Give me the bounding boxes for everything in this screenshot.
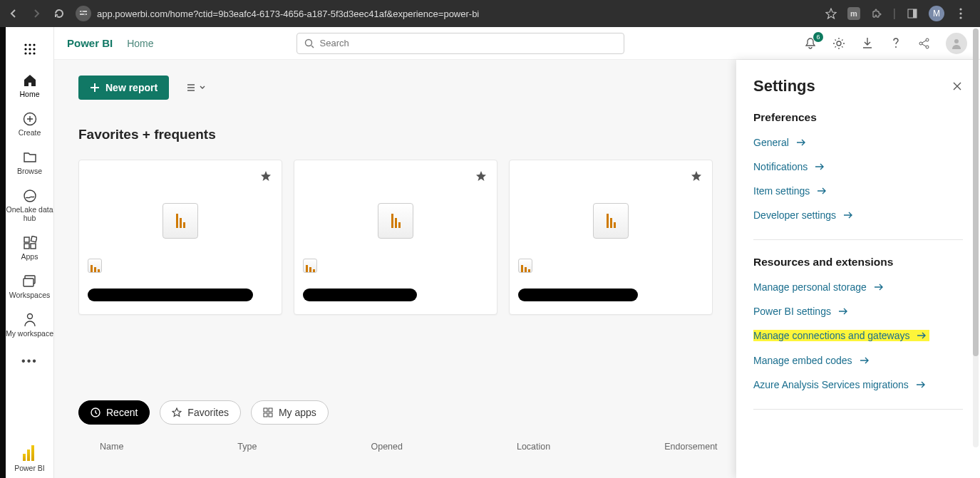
report-type-icon: [88, 259, 102, 273]
user-avatar[interactable]: [946, 33, 967, 54]
feedback-button[interactable]: [917, 36, 932, 51]
star-icon: [260, 170, 272, 182]
column-header[interactable]: Location: [517, 442, 550, 452]
column-header[interactable]: Opened: [371, 442, 402, 452]
arrow-right-icon: [843, 211, 853, 219]
svg-rect-36: [269, 413, 272, 417]
nav-apps[interactable]: Apps: [6, 228, 54, 266]
chart-icon: [175, 214, 186, 228]
pill-myapps[interactable]: My apps: [251, 400, 329, 425]
site-settings-icon[interactable]: [76, 6, 91, 21]
view-toggle[interactable]: [186, 83, 206, 93]
nav-workspaces[interactable]: Workspaces: [6, 266, 54, 305]
folder-icon: [23, 150, 37, 165]
nav-powerbi[interactable]: Power BI: [6, 438, 54, 478]
svg-point-2: [81, 11, 83, 13]
new-report-button[interactable]: New report: [78, 76, 169, 100]
svg-rect-37: [264, 413, 267, 417]
reload-button[interactable]: [53, 7, 66, 20]
svg-rect-21: [31, 244, 36, 249]
download-button[interactable]: [860, 36, 875, 51]
favorite-toggle[interactable]: [475, 170, 487, 182]
topbar: Power BI Home 6: [54, 27, 980, 60]
svg-point-3: [84, 14, 86, 16]
link-label: Manage personal storage: [753, 281, 867, 293]
settings-button[interactable]: [832, 36, 846, 51]
extension-m-icon[interactable]: m: [847, 7, 860, 20]
nav-home[interactable]: Home: [6, 66, 54, 104]
report-card[interactable]: [294, 160, 497, 315]
list-icon: [186, 83, 196, 93]
report-card[interactable]: [78, 160, 282, 315]
breadcrumb-home[interactable]: Home: [127, 38, 153, 49]
search-input[interactable]: [320, 38, 617, 48]
person-icon: [24, 312, 36, 328]
svg-rect-23: [31, 236, 37, 242]
pill-favorites[interactable]: Favorites: [160, 400, 241, 425]
svg-rect-38: [269, 408, 272, 412]
avatar-icon: [950, 37, 963, 50]
scrollbar-thumb[interactable]: [973, 28, 979, 356]
chart-icon: [391, 214, 401, 228]
svg-rect-20: [24, 237, 29, 242]
browser-profile-avatar[interactable]: M: [929, 6, 944, 21]
nav-label: Power BI: [14, 464, 45, 472]
settings-link[interactable]: Power BI settings: [753, 306, 963, 317]
link-label: Item settings: [753, 185, 810, 197]
extensions-icon[interactable]: [870, 7, 883, 20]
nav-more[interactable]: •••: [21, 343, 38, 379]
search-icon: [304, 38, 314, 48]
settings-title: Settings: [753, 77, 815, 95]
settings-link[interactable]: General: [753, 137, 963, 148]
settings-link[interactable]: Manage embed codes: [753, 355, 963, 366]
svg-point-12: [24, 48, 26, 50]
browser-menu-icon[interactable]: [954, 7, 967, 20]
svg-rect-25: [24, 279, 33, 286]
chevron-down-icon: [199, 84, 206, 91]
nav-my-workspace[interactable]: My workspace: [6, 305, 54, 343]
apps-icon: [263, 407, 273, 417]
report-card[interactable]: [509, 160, 713, 315]
column-header[interactable]: Type: [237, 442, 257, 452]
settings-link[interactable]: Developer settings: [753, 209, 963, 221]
settings-link[interactable]: Notifications: [753, 161, 963, 172]
waffle-menu[interactable]: [6, 36, 54, 66]
column-header[interactable]: Name: [100, 442, 123, 452]
settings-panel: Settings Preferences GeneralNotification…: [736, 60, 980, 478]
settings-link[interactable]: Azure Analysis Services migrations: [753, 379, 963, 390]
settings-link[interactable]: Manage personal storage: [753, 281, 963, 293]
svg-point-15: [24, 52, 26, 54]
nav-onelake[interactable]: OneLake data hub: [6, 181, 54, 228]
scrollbar[interactable]: [973, 28, 979, 447]
address-bar[interactable]: app.powerbi.com/home?ctid=9b3eafc4-6173-…: [76, 4, 815, 24]
search-box[interactable]: [296, 33, 624, 54]
brand-link[interactable]: Power BI: [67, 37, 113, 49]
settings-link[interactable]: Item settings: [753, 185, 963, 197]
svg-point-7: [959, 12, 961, 14]
chart-icon: [305, 259, 316, 272]
report-thumbnail: [593, 203, 629, 239]
link-label: Notifications: [753, 161, 808, 172]
browser-chrome: app.powerbi.com/home?ctid=9b3eafc4-6173-…: [0, 0, 980, 27]
svg-point-32: [926, 46, 929, 48]
settings-link[interactable]: Manage connections and gateways: [753, 330, 929, 341]
sidepanel-icon[interactable]: [906, 7, 919, 20]
help-button[interactable]: [889, 36, 903, 51]
forward-button[interactable]: [30, 7, 43, 20]
pill-recent[interactable]: Recent: [78, 400, 150, 425]
nav-create[interactable]: Create: [6, 104, 54, 142]
link-label: Manage connections and gateways: [753, 330, 909, 341]
back-button[interactable]: [7, 7, 20, 20]
powerbi-icon: [23, 445, 37, 461]
close-icon: [951, 80, 963, 92]
arrow-right-icon: [815, 162, 825, 171]
close-settings-button[interactable]: [951, 80, 963, 92]
bookmark-icon[interactable]: [825, 7, 837, 20]
chart-icon: [90, 259, 100, 272]
favorite-toggle[interactable]: [260, 170, 272, 182]
nav-browse[interactable]: Browse: [6, 142, 54, 181]
nav-label: Create: [19, 128, 41, 137]
favorite-toggle[interactable]: [691, 170, 702, 182]
notifications-button[interactable]: 6: [803, 36, 817, 51]
column-header[interactable]: Endorsement: [664, 442, 717, 452]
